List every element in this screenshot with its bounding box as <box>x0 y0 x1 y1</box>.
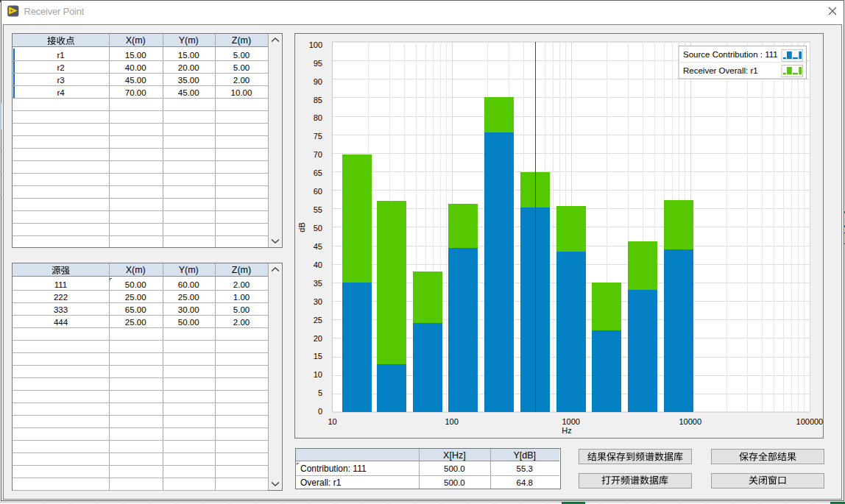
svg-text:100: 100 <box>445 417 458 426</box>
svg-text:5: 5 <box>318 388 322 397</box>
svg-text:35: 35 <box>314 279 322 288</box>
svg-text:50: 50 <box>314 224 322 233</box>
svg-text:20: 20 <box>314 334 322 343</box>
svg-text:70: 70 <box>314 150 322 159</box>
svg-text:10: 10 <box>314 370 322 379</box>
svg-text:1000: 1000 <box>562 417 579 426</box>
svg-text:95: 95 <box>314 59 322 68</box>
svg-text:85: 85 <box>314 96 322 104</box>
svg-text:90: 90 <box>314 77 322 86</box>
svg-text:10: 10 <box>328 417 336 426</box>
svg-text:Receiver Overall: r1: Receiver Overall: r1 <box>683 66 758 75</box>
svg-text:100000: 100000 <box>796 417 823 426</box>
svg-text:Hz: Hz <box>562 426 571 435</box>
svg-text:75: 75 <box>314 132 322 141</box>
svg-text:65: 65 <box>314 168 322 177</box>
svg-text:dB: dB <box>297 222 306 232</box>
svg-text:30: 30 <box>314 297 322 306</box>
svg-text:80: 80 <box>314 113 322 122</box>
svg-text:60: 60 <box>314 187 322 196</box>
svg-text:0: 0 <box>318 407 322 416</box>
svg-text:45: 45 <box>314 242 322 251</box>
svg-text:10000: 10000 <box>679 417 702 426</box>
svg-text:15: 15 <box>314 352 322 361</box>
svg-text:55: 55 <box>314 205 322 214</box>
svg-text:100: 100 <box>309 40 322 49</box>
svg-text:Source Contribution : 111: Source Contribution : 111 <box>683 50 778 59</box>
svg-text:40: 40 <box>314 260 322 269</box>
svg-text:25: 25 <box>314 316 322 324</box>
